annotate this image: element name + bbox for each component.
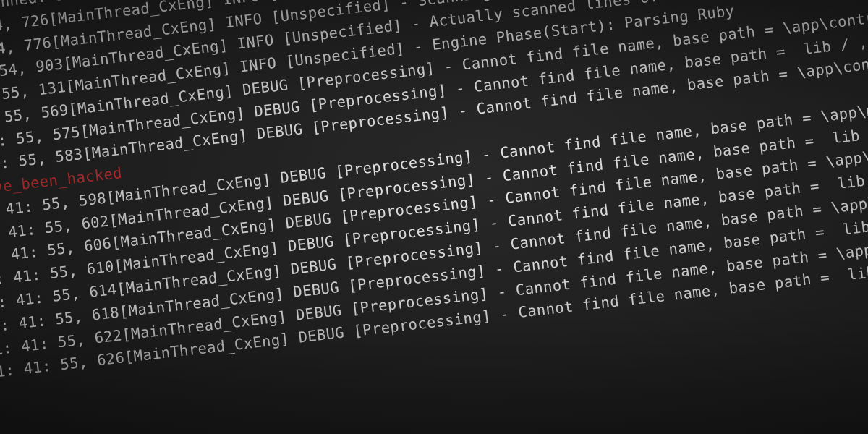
- terminal-log: 8 11: 41: 54, 711[MainThread_CxEng] INFO…: [0, 0, 868, 393]
- terminal-viewport: 8 11: 41: 54, 711[MainThread_CxEng] INFO…: [0, 0, 868, 434]
